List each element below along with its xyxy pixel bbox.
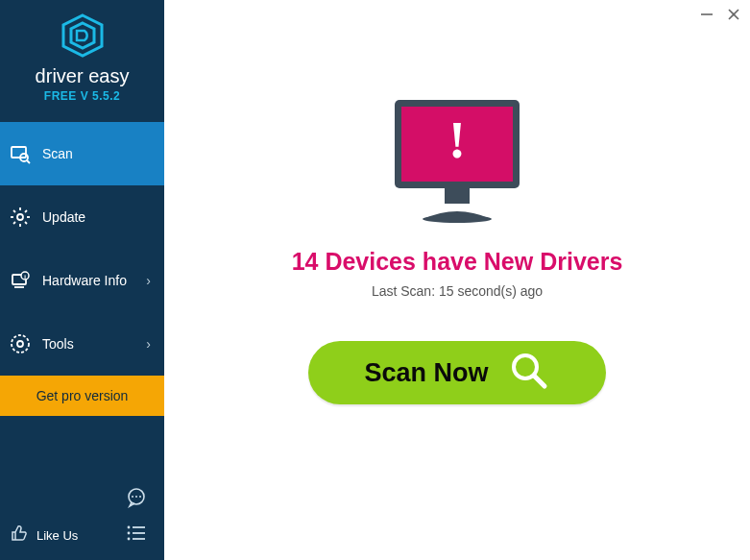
sidebar-footer: Like Us xyxy=(0,481,164,560)
svg-marker-0 xyxy=(63,15,102,56)
svg-rect-36 xyxy=(445,188,470,204)
scan-now-button[interactable]: Scan Now xyxy=(308,341,606,404)
app-name: driver easy xyxy=(0,65,164,87)
svg-point-26 xyxy=(128,532,131,535)
close-button[interactable] xyxy=(727,8,740,24)
spacer xyxy=(0,416,164,481)
svg-point-5 xyxy=(17,214,23,220)
svg-point-18 xyxy=(12,335,29,353)
main-panel: ! 14 Devices have New Drivers Last Scan:… xyxy=(164,0,750,560)
like-us-button[interactable]: Like Us xyxy=(10,523,78,547)
chevron-right-icon: › xyxy=(146,273,151,288)
gear-icon xyxy=(10,207,31,228)
last-scan-text: Last Scan: 15 second(s) ago xyxy=(372,283,543,299)
svg-rect-2 xyxy=(12,147,26,158)
svg-text:!: ! xyxy=(448,111,466,169)
svg-point-37 xyxy=(423,215,492,223)
tools-icon xyxy=(10,333,31,354)
svg-line-11 xyxy=(25,222,27,224)
minimize-button[interactable] xyxy=(700,8,714,24)
window-controls xyxy=(700,8,740,24)
sidebar-item-hardware-info[interactable]: i Hardware Info › xyxy=(0,249,164,312)
svg-line-4 xyxy=(27,160,30,163)
svg-line-10 xyxy=(13,210,15,212)
sidebar-item-tools[interactable]: Tools › xyxy=(0,312,164,376)
svg-point-23 xyxy=(139,496,141,498)
sidebar-item-label: Scan xyxy=(42,146,73,161)
svg-point-19 xyxy=(17,341,23,347)
svg-point-28 xyxy=(128,538,131,541)
svg-point-22 xyxy=(135,496,137,498)
svg-point-21 xyxy=(132,496,133,498)
chevron-right-icon: › xyxy=(146,336,151,352)
app-logo-icon xyxy=(60,13,106,61)
sidebar-item-label: Update xyxy=(42,209,85,225)
logo-block: driver easy FREE V 5.5.2 xyxy=(0,0,164,112)
hardware-info-icon: i xyxy=(10,270,31,291)
menu-list-icon[interactable] xyxy=(126,524,147,546)
svg-line-12 xyxy=(13,222,15,224)
like-us-label: Like Us xyxy=(36,528,78,543)
svg-line-13 xyxy=(25,210,27,212)
sidebar-item-label: Hardware Info xyxy=(42,273,127,288)
sidebar-nav: Scan Update xyxy=(0,122,164,376)
svg-marker-1 xyxy=(71,23,94,48)
get-pro-button[interactable]: Get pro version xyxy=(0,376,164,416)
sidebar: driver easy FREE V 5.5.2 Scan xyxy=(0,0,164,560)
sidebar-item-scan[interactable]: Scan xyxy=(0,122,164,185)
sidebar-item-update[interactable]: Update xyxy=(0,185,164,249)
headline: 14 Devices have New Drivers xyxy=(292,248,623,276)
sidebar-item-label: Tools xyxy=(42,336,74,352)
thumbs-up-icon xyxy=(10,523,29,547)
svg-point-24 xyxy=(128,526,131,529)
svg-line-39 xyxy=(534,376,544,386)
app-version: FREE V 5.5.2 xyxy=(0,89,164,103)
chat-icon[interactable] xyxy=(126,487,147,512)
get-pro-label: Get pro version xyxy=(36,388,129,403)
scan-icon xyxy=(10,143,31,164)
monitor-alert-icon: ! xyxy=(385,96,529,227)
scan-now-label: Scan Now xyxy=(364,358,488,388)
magnify-icon xyxy=(508,350,550,396)
